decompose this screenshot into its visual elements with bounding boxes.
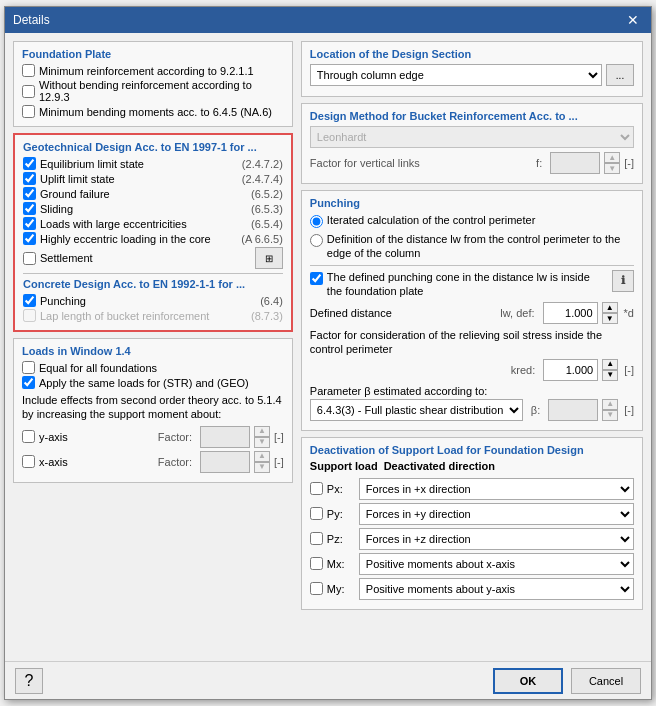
punching-ref: (6.4)	[260, 295, 283, 307]
x-axis-spin-down[interactable]: ▼	[254, 462, 270, 473]
px-combo[interactable]: Forces in +x direction	[359, 478, 634, 500]
lap-length-ref: (8.7.3)	[251, 310, 283, 322]
px-checkbox[interactable]	[310, 482, 323, 495]
mx-row: Mx: Positive moments about x-axis	[310, 553, 634, 575]
my-checkbox[interactable]	[310, 582, 323, 595]
py-label: Py:	[327, 508, 355, 520]
factor-relief-text: Factor for consideration of the relievin…	[310, 328, 634, 357]
design-method-combo[interactable]: Leonhardt	[310, 126, 634, 148]
py-checkbox[interactable]	[310, 507, 323, 520]
factor-relief-var: kred:	[511, 364, 535, 376]
ok-button[interactable]: OK	[493, 668, 563, 694]
param-beta-down[interactable]: ▼	[602, 410, 618, 421]
radio-definition[interactable]	[310, 234, 323, 247]
param-beta-combo[interactable]: 6.4.3(3) - Full plastic shear distributi…	[310, 399, 523, 421]
vertical-links-var: f:	[536, 157, 542, 169]
lap-length-label: Lap length of bucket reinforcement	[40, 310, 243, 322]
factor-relief-spin: ▲ ▼	[602, 359, 618, 381]
radio-iterated[interactable]	[310, 215, 323, 228]
x-axis-label: x-axis	[39, 456, 68, 468]
ground-failure-ref: (6.5.2)	[251, 188, 283, 200]
param-beta-text: Parameter β estimated according to:	[310, 385, 634, 397]
geotechnical-title: Geotechnical Design Acc. to EN 1997-1 fo…	[23, 141, 283, 153]
pz-checkbox[interactable]	[310, 532, 323, 545]
py-row: Py: Forces in +y direction	[310, 503, 634, 525]
dialog: Details ✕ Foundation Plate Minimum reinf…	[4, 6, 652, 700]
left-panel: Foundation Plate Minimum reinforcement a…	[13, 41, 293, 653]
y-axis-factor-input[interactable]	[200, 426, 250, 448]
x-axis-checkbox[interactable]	[22, 455, 35, 468]
cancel-button[interactable]: Cancel	[571, 668, 641, 694]
defined-distance-spin: ▲ ▼	[602, 302, 618, 324]
settlement-checkbox[interactable]	[23, 252, 36, 265]
defined-distance-var: lw, def:	[500, 307, 534, 319]
settlement-browse-button[interactable]: ⊞	[255, 247, 283, 269]
checkbox-cone: The defined punching cone in the distanc…	[310, 270, 634, 299]
lap-length-checkbox[interactable]	[23, 309, 36, 322]
param-beta-spin: ▲ ▼	[602, 399, 618, 421]
vertical-links-up[interactable]: ▲	[604, 152, 620, 163]
vertical-links-input[interactable]	[550, 152, 600, 174]
mx-checkbox[interactable]	[310, 557, 323, 570]
without-bending-checkbox[interactable]	[22, 85, 35, 98]
y-axis-checkbox[interactable]	[22, 430, 35, 443]
min-bending-checkbox[interactable]	[22, 105, 35, 118]
radio-iterated-row: Iterated calculation of the control peri…	[310, 213, 634, 228]
punching-section: Punching Iterated calculation of the con…	[301, 190, 643, 431]
param-beta-input[interactable]	[548, 399, 598, 421]
factor-relief-down[interactable]: ▼	[602, 370, 618, 381]
highly-eccentric-ref: (A 6.6.5)	[241, 233, 283, 245]
cone-label: The defined punching cone in the distanc…	[327, 270, 608, 299]
punching-checkbox[interactable]	[23, 294, 36, 307]
pz-label: Pz:	[327, 533, 355, 545]
y-axis-factor-label: Factor:	[158, 431, 192, 443]
pz-combo[interactable]: Forces in +z direction	[359, 528, 634, 550]
my-combo[interactable]: Positive moments about y-axis	[359, 578, 634, 600]
checkbox-min-bending: Minimum bending moments acc. to 6.4.5 (N…	[22, 105, 284, 118]
param-beta-up[interactable]: ▲	[602, 399, 618, 410]
x-axis-factor-input[interactable]	[200, 451, 250, 473]
checkbox-equal-all: Equal for all foundations	[22, 361, 284, 374]
checkbox-highly-eccentric: Highly eccentric loading in the core (A …	[23, 232, 283, 245]
location-combo[interactable]: Through column edge	[310, 64, 602, 86]
sliding-checkbox[interactable]	[23, 202, 36, 215]
factor-relief-up[interactable]: ▲	[602, 359, 618, 370]
x-axis-row: x-axis Factor: ▲ ▼ [-]	[22, 451, 284, 473]
ground-failure-checkbox[interactable]	[23, 187, 36, 200]
defined-distance-row: Defined distance lw, def: ▲ ▼ *d	[310, 302, 634, 324]
uplift-checkbox[interactable]	[23, 172, 36, 185]
vertical-links-down[interactable]: ▼	[604, 163, 620, 174]
uplift-ref: (2.4.7.4)	[242, 173, 283, 185]
x-axis-spin-up[interactable]: ▲	[254, 451, 270, 462]
equal-all-label: Equal for all foundations	[39, 362, 284, 374]
highly-eccentric-label: Highly eccentric loading in the core	[40, 233, 233, 245]
apply-same-checkbox[interactable]	[22, 376, 35, 389]
factor-relief-input[interactable]	[543, 359, 598, 381]
vertical-links-label: Factor for vertical links	[310, 157, 532, 169]
deactivation-headers: Support load Deactivated direction	[310, 460, 634, 474]
x-axis-factor-label: Factor:	[158, 456, 192, 468]
py-combo[interactable]: Forces in +y direction	[359, 503, 634, 525]
help-button[interactable]: ?	[15, 668, 43, 694]
y-axis-spin-down[interactable]: ▼	[254, 437, 270, 448]
highly-eccentric-checkbox[interactable]	[23, 232, 36, 245]
cone-checkbox[interactable]	[310, 272, 323, 285]
close-button[interactable]: ✕	[623, 13, 643, 27]
defined-distance-input[interactable]	[543, 302, 598, 324]
design-method-title: Design Method for Bucket Reinforcement A…	[310, 110, 634, 122]
min-reinf-checkbox[interactable]	[22, 64, 35, 77]
y-axis-spin-up[interactable]: ▲	[254, 426, 270, 437]
equal-all-checkbox[interactable]	[22, 361, 35, 374]
mx-combo[interactable]: Positive moments about x-axis	[359, 553, 634, 575]
checkbox-loads-large-ecc: Loads with large eccentricities (6.5.4)	[23, 217, 283, 230]
defined-distance-down[interactable]: ▼	[602, 313, 618, 324]
info-button[interactable]: ℹ	[612, 270, 634, 292]
sliding-label: Sliding	[40, 203, 243, 215]
equilibrium-checkbox[interactable]	[23, 157, 36, 170]
param-beta-var: β:	[531, 404, 540, 416]
defined-distance-unit: *d	[624, 307, 634, 319]
defined-distance-up[interactable]: ▲	[602, 302, 618, 313]
min-reinf-label: Minimum reinforcement according to 9.2.1…	[39, 65, 284, 77]
loads-large-ecc-checkbox[interactable]	[23, 217, 36, 230]
location-browse-button[interactable]: ...	[606, 64, 634, 86]
